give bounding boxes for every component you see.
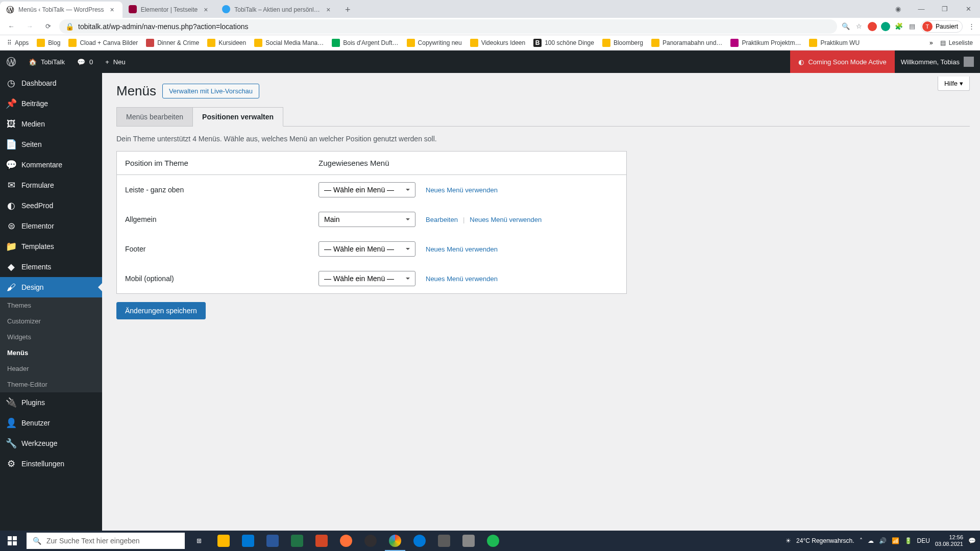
reload-button[interactable]: ⟳ bbox=[41, 19, 55, 34]
sidebar-sub-theme-editor[interactable]: Theme-Editor bbox=[0, 377, 102, 392]
new-tab-button[interactable]: + bbox=[340, 3, 355, 17]
sidebar-item-users[interactable]: 👤Benutzer bbox=[0, 413, 102, 433]
wp-logo[interactable] bbox=[0, 51, 22, 73]
apps-button[interactable]: ⠿Apps bbox=[4, 37, 32, 48]
menu-icon[interactable]: ⋮ bbox=[967, 22, 976, 31]
star-icon[interactable]: ☆ bbox=[854, 22, 864, 31]
readlist-button[interactable]: ▤Leseliste bbox=[937, 37, 976, 48]
taskbar-app-excel[interactable] bbox=[285, 531, 309, 551]
battery-icon[interactable]: 🔋 bbox=[904, 537, 912, 544]
bookmark-item[interactable]: Praktikum WU bbox=[806, 37, 863, 49]
sidebar-item-posts[interactable]: 📌Beiträge bbox=[0, 93, 102, 114]
bookmark-item[interactable]: Blog bbox=[34, 37, 63, 49]
menu-select[interactable]: — Wähle ein Menü — bbox=[318, 182, 415, 197]
account-icon[interactable]: ◉ bbox=[886, 0, 910, 18]
taskbar-app-word[interactable] bbox=[260, 531, 285, 551]
sidebar-sub-customizer[interactable]: Customizer bbox=[0, 313, 102, 329]
tab-manage-locations[interactable]: Positionen verwalten bbox=[193, 107, 283, 127]
sidebar-item-seedprod[interactable]: ◐SeedProd bbox=[0, 195, 102, 216]
maximize-button[interactable]: ❐ bbox=[933, 0, 957, 18]
taskbar-search[interactable]: 🔍 Zur Suche Text hier eingeben bbox=[27, 533, 185, 549]
menu-select[interactable]: — Wähle ein Menü — bbox=[318, 241, 415, 257]
bookmark-item[interactable]: Cload + Canva Bilder bbox=[65, 37, 141, 49]
notifications-icon[interactable]: 💬 bbox=[968, 537, 976, 544]
use-new-menu-link[interactable]: Neues Menü verwenden bbox=[426, 245, 498, 253]
sidebar-sub-themes[interactable]: Themes bbox=[0, 297, 102, 313]
close-icon[interactable]: × bbox=[202, 6, 210, 14]
language-indicator[interactable]: DEU bbox=[917, 537, 930, 544]
browser-tab[interactable]: TobiTalk – Aktien und persönlich… × bbox=[216, 2, 338, 18]
back-button[interactable]: ← bbox=[4, 19, 18, 34]
use-new-menu-link[interactable]: Neues Menü verwenden bbox=[426, 186, 498, 194]
sidebar-item-elementor[interactable]: ⊜Elementor bbox=[0, 216, 102, 236]
url-input[interactable]: 🔒 tobitalk.at/wp-admin/nav-menus.php?act… bbox=[59, 19, 837, 34]
sidebar-item-forms[interactable]: ✉Formulare bbox=[0, 175, 102, 195]
sidebar-item-pages[interactable]: 📄Seiten bbox=[0, 134, 102, 155]
sidebar-item-templates[interactable]: 📁Templates bbox=[0, 236, 102, 257]
forward-button[interactable]: → bbox=[22, 19, 37, 34]
taskbar-app[interactable] bbox=[432, 531, 456, 551]
live-preview-button[interactable]: Verwalten mit Live-Vorschau bbox=[162, 84, 259, 98]
bookmark-item[interactable]: B100 schöne Dinge bbox=[530, 37, 597, 49]
extensions-icon[interactable]: 🧩 bbox=[894, 22, 903, 31]
bookmark-item[interactable]: Praktikum Projektm… bbox=[727, 37, 804, 49]
sidebar-item-settings[interactable]: ⚙Einstellungen bbox=[0, 454, 102, 474]
taskbar-app-chrome[interactable] bbox=[383, 531, 407, 551]
task-view-button[interactable]: ⊞ bbox=[187, 531, 211, 551]
tab-edit-menus[interactable]: Menüs bearbeiten bbox=[116, 107, 193, 127]
use-new-menu-link[interactable]: Neues Menü verwenden bbox=[470, 216, 542, 223]
profile-button[interactable]: T Pausiert bbox=[921, 20, 963, 33]
sidebar-sub-widgets[interactable]: Widgets bbox=[0, 329, 102, 345]
use-new-menu-link[interactable]: Neues Menü verwenden bbox=[426, 275, 498, 283]
taskbar-clock[interactable]: 12:56 03.08.2021 bbox=[935, 534, 963, 547]
minimize-button[interactable]: — bbox=[910, 0, 933, 18]
menu-select[interactable]: — Wähle ein Menü — bbox=[318, 271, 415, 286]
browser-tab[interactable]: Menüs ‹ TobiTalk — WordPress × bbox=[0, 2, 122, 18]
account-link[interactable]: Willkommen, Tobias bbox=[895, 51, 980, 73]
taskbar-app-obs[interactable] bbox=[358, 531, 383, 551]
taskbar-app-spotify[interactable] bbox=[481, 531, 505, 551]
bookmark-item[interactable]: Bois d'Argent Duft… bbox=[329, 37, 401, 49]
extension-icon[interactable] bbox=[881, 22, 890, 31]
wifi-icon[interactable]: 📶 bbox=[892, 537, 899, 544]
save-button[interactable]: Änderungen speichern bbox=[116, 302, 206, 319]
sidebar-item-design[interactable]: 🖌Design bbox=[0, 277, 102, 297]
tray-chevron-icon[interactable]: ˄ bbox=[860, 537, 863, 544]
extension-icon[interactable] bbox=[868, 22, 877, 31]
site-name-link[interactable]: 🏠 TobiTalk bbox=[22, 51, 71, 73]
start-button[interactable] bbox=[0, 531, 24, 551]
browser-tab[interactable]: Elementor | Testseite × bbox=[122, 2, 216, 18]
bookmark-item[interactable]: Bloomberg bbox=[599, 37, 646, 49]
sidebar-item-comments[interactable]: 💬Kommentare bbox=[0, 155, 102, 175]
comments-link[interactable]: 💬 0 bbox=[71, 51, 99, 73]
bookmark-item[interactable]: Copywriting neu bbox=[404, 37, 465, 49]
volume-icon[interactable]: 🔊 bbox=[879, 537, 887, 544]
taskbar-app-mail[interactable] bbox=[236, 531, 260, 551]
zoom-icon[interactable]: 🔍 bbox=[841, 22, 850, 31]
help-tab[interactable]: Hilfe▾ bbox=[938, 77, 970, 91]
close-window-button[interactable]: ✕ bbox=[957, 0, 980, 18]
taskbar-app-powerpoint[interactable] bbox=[309, 531, 334, 551]
coming-soon-badge[interactable]: ◐ Coming Soon Mode Active bbox=[790, 51, 894, 73]
bookmark-item[interactable]: Videokurs Ideen bbox=[467, 37, 529, 49]
weather-text[interactable]: 24°C Regenwahrsch. bbox=[796, 537, 854, 544]
taskbar-app[interactable] bbox=[456, 531, 481, 551]
sidebar-item-tools[interactable]: 🔧Werkzeuge bbox=[0, 433, 102, 454]
bookmark-item[interactable]: Kursideen bbox=[204, 37, 249, 49]
bookmark-item[interactable]: Social Media Mana… bbox=[251, 37, 327, 49]
new-content-link[interactable]: + Neu bbox=[99, 51, 131, 73]
taskbar-app-edge[interactable] bbox=[407, 531, 432, 551]
sidebar-item-media[interactable]: 🖼Medien bbox=[0, 114, 102, 134]
taskbar-app-explorer[interactable] bbox=[211, 531, 236, 551]
edit-menu-link[interactable]: Bearbeiten bbox=[426, 216, 458, 223]
sidebar-item-dashboard[interactable]: ◷Dashboard bbox=[0, 73, 102, 93]
onedrive-icon[interactable]: ☁ bbox=[868, 537, 874, 544]
close-icon[interactable]: × bbox=[108, 6, 116, 14]
sidebar-item-elements[interactable]: ◆Elements bbox=[0, 257, 102, 277]
readlist-icon[interactable]: ▤ bbox=[908, 22, 917, 31]
sidebar-sub-menus[interactable]: Menüs bbox=[0, 345, 102, 361]
close-icon[interactable]: × bbox=[324, 6, 332, 14]
bookmark-item[interactable]: Panoramabahn und… bbox=[648, 37, 725, 49]
menu-select[interactable]: Main bbox=[318, 212, 415, 227]
taskbar-app-firefox[interactable] bbox=[334, 531, 358, 551]
